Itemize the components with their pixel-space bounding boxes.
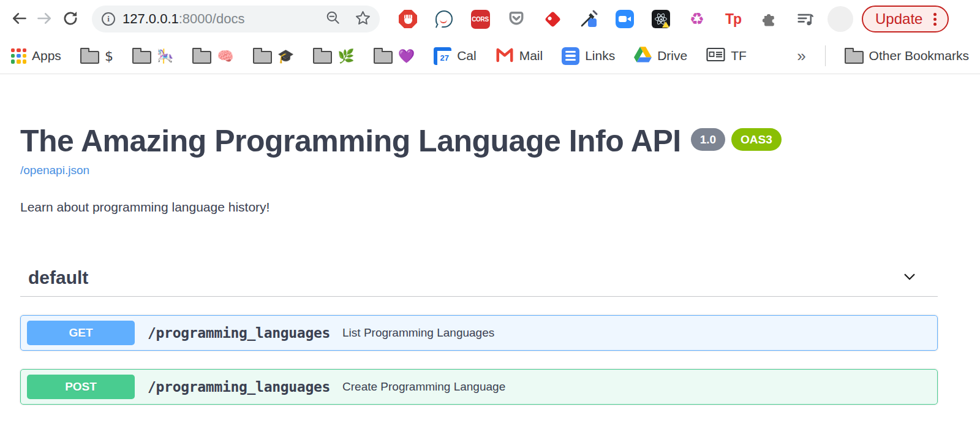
red-diamond-share-icon[interactable] <box>543 9 562 29</box>
endpoint-summary: List Programming Languages <box>342 326 494 340</box>
update-button[interactable]: Update <box>862 6 949 32</box>
bookmark-star-icon[interactable] <box>355 10 371 29</box>
endpoint-path: /programming_languages <box>148 379 330 395</box>
bookmarks-overflow-button[interactable]: » <box>797 47 805 66</box>
browser-menu-kebab-icon[interactable] <box>933 18 937 21</box>
folder-icon <box>313 51 332 64</box>
bookmark-folder-carousel[interactable]: 🎠 <box>132 48 173 64</box>
chat-bubble-icon[interactable] <box>434 9 454 29</box>
music-playlist-icon[interactable] <box>796 9 815 29</box>
opblock-post-programming-languages[interactable]: POST /programming_languages Create Progr… <box>20 369 938 405</box>
page-title: The Amazing Programming Language Info AP… <box>20 124 681 158</box>
bookmark-folder-purple-heart[interactable]: 💜 <box>374 48 415 64</box>
overflow-chevron-icon: » <box>797 47 805 66</box>
gmail-icon <box>496 47 514 66</box>
bookmark-calendar[interactable]: 27 Cal <box>434 47 477 65</box>
folder-icon <box>80 51 99 64</box>
url-text: 127.0.0.1:8000/docs <box>123 11 325 27</box>
endpoint-summary: Create Programming Language <box>342 380 505 394</box>
extensions-row: CORS ♻ Tp <box>398 9 815 29</box>
tp-extension-icon[interactable]: Tp <box>723 9 743 29</box>
swagger-page: The Amazing Programming Language Info AP… <box>0 74 980 405</box>
openapi-json-link[interactable]: /openapi.json <box>20 164 89 177</box>
forward-button[interactable] <box>32 6 58 32</box>
bookmark-folder-herb[interactable]: 🌿 <box>313 48 354 64</box>
bookmark-folder-graduation[interactable]: 🎓 <box>253 48 294 64</box>
chevron-down-icon <box>900 267 919 288</box>
pocket-icon[interactable] <box>507 9 526 29</box>
bookmark-tf[interactable]: TF <box>706 47 747 65</box>
endpoint-path: /programming_languages <box>148 325 330 341</box>
drive-icon <box>634 47 652 66</box>
react-devtools-icon[interactable] <box>651 9 671 29</box>
page-info-icon[interactable]: i <box>102 12 115 26</box>
folder-icon <box>845 51 864 64</box>
update-label: Update <box>875 10 922 28</box>
method-badge: GET <box>27 321 135 345</box>
zoom-camera-icon[interactable] <box>615 9 635 29</box>
profile-avatar[interactable] <box>827 6 853 32</box>
apps-shortcut[interactable]: Apps <box>11 48 61 64</box>
browser-window: i 127.0.0.1:8000/docs CORS ♻ <box>0 0 980 405</box>
tag-section-default: default GET /programming_languages List … <box>20 259 938 405</box>
bookmarks-bar: Apps $ 🎠 🧠 🎓 🌿 💜 27 Cal <box>0 38 980 74</box>
folder-icon <box>253 51 272 64</box>
bookmark-folder-brain[interactable]: 🧠 <box>192 48 233 64</box>
browser-toolbar: i 127.0.0.1:8000/docs CORS ♻ <box>0 0 980 38</box>
folder-icon <box>192 51 211 64</box>
collapse-section-button[interactable] <box>900 267 919 288</box>
links-icon <box>562 47 579 65</box>
adblock-icon[interactable] <box>398 9 418 29</box>
api-title-row: The Amazing Programming Language Info AP… <box>20 124 938 158</box>
opblock-get-programming-languages[interactable]: GET /programming_languages List Programm… <box>20 315 938 351</box>
bookmark-links[interactable]: Links <box>562 47 615 65</box>
folder-icon <box>374 51 393 64</box>
bookmark-drive[interactable]: Drive <box>634 47 687 66</box>
folder-icon <box>132 51 151 64</box>
apps-grid-icon <box>11 48 26 64</box>
method-badge: POST <box>27 375 135 399</box>
back-icon <box>10 10 28 29</box>
puzzle-extensions-icon[interactable] <box>760 9 779 29</box>
other-bookmarks-button[interactable]: Other Bookmarks <box>845 48 969 64</box>
bookmarks-divider <box>825 45 826 66</box>
reload-icon <box>62 10 79 29</box>
bookmark-mail[interactable]: Mail <box>496 47 543 66</box>
version-badge: 1.0 <box>691 128 725 151</box>
forward-icon <box>36 10 53 29</box>
cors-extension-icon[interactable]: CORS <box>470 9 490 29</box>
calendar-icon: 27 <box>434 47 451 65</box>
color-eyedropper-icon[interactable] <box>579 9 598 29</box>
bookmark-folder-dollar[interactable]: $ <box>80 48 113 64</box>
zoom-out-icon[interactable] <box>325 10 341 28</box>
oas3-badge: OAS3 <box>731 128 782 151</box>
tf-card-icon <box>706 47 725 65</box>
tag-header[interactable]: default <box>20 259 938 297</box>
tag-name: default <box>28 267 88 288</box>
reload-button[interactable] <box>58 6 83 32</box>
address-bar[interactable]: i 127.0.0.1:8000/docs <box>92 6 380 32</box>
back-button[interactable] <box>6 6 32 32</box>
recycle-flower-icon[interactable]: ♻ <box>687 9 707 29</box>
api-description: Learn about programming language history… <box>20 200 938 215</box>
